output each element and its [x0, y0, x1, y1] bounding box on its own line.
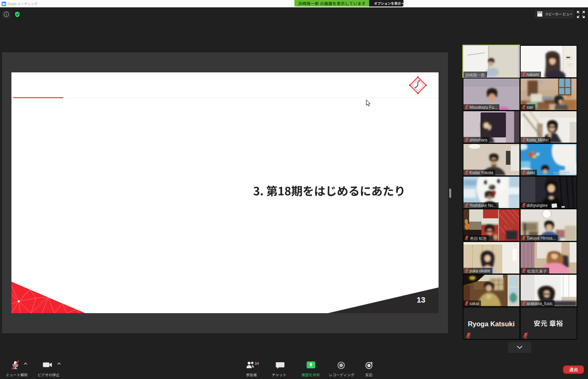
svg-text:24: 24 — [255, 361, 259, 366]
